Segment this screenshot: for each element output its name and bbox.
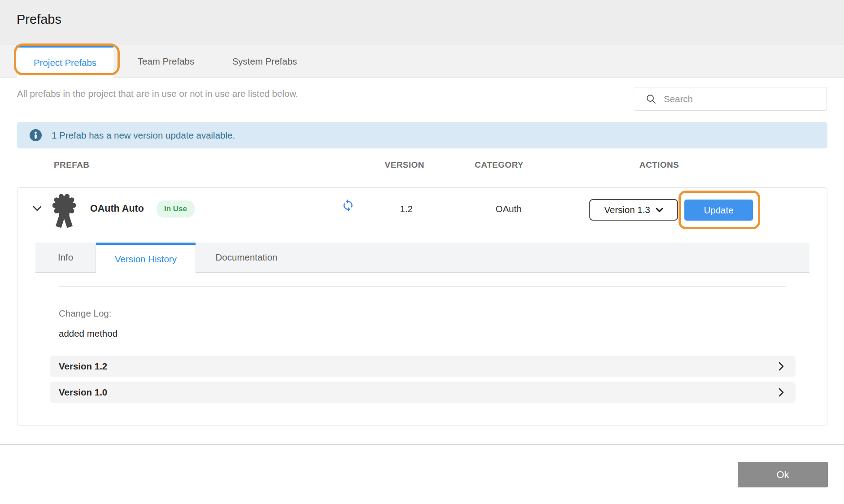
column-header-prefab: PREFAB	[54, 160, 89, 170]
sync-icon	[341, 199, 355, 212]
in-use-badge: In Use	[157, 200, 195, 217]
chevron-right-icon	[779, 388, 784, 397]
update-button[interactable]: Update	[684, 200, 753, 221]
chevron-down-icon	[656, 208, 663, 213]
info-icon	[30, 129, 42, 141]
tab-team-prefabs[interactable]: Team Prefabs	[120, 45, 212, 78]
tab-label: Version History	[115, 254, 177, 265]
page-title: Prefabs	[17, 12, 61, 27]
tab-version-history[interactable]: Version History	[96, 243, 196, 273]
column-header-category: CATEGORY	[469, 160, 529, 170]
search-icon	[646, 94, 657, 104]
main-tabbar: Project Prefabs Team Prefabs System Pref…	[0, 45, 844, 78]
divider	[59, 286, 786, 287]
search-box[interactable]	[634, 87, 827, 111]
version-accordion-1-2[interactable]: Version 1.2	[50, 356, 796, 377]
tab-info[interactable]: Info	[35, 243, 96, 272]
banner-message: 1 Prefab has a new version update availa…	[52, 130, 235, 141]
footer-divider	[0, 444, 844, 445]
column-header-actions: ACTIONS	[634, 160, 684, 170]
column-header-version: VERSION	[381, 160, 428, 170]
tab-label: System Prefabs	[232, 56, 297, 67]
tab-label: Project Prefabs	[34, 57, 96, 68]
tab-project-prefabs[interactable]: Project Prefabs	[17, 45, 113, 78]
ribbon-award-icon	[52, 193, 76, 229]
accordion-label: Version 1.2	[59, 361, 107, 372]
change-log-text: added method	[59, 328, 117, 339]
detail-tabbar: Info Version History Documentation	[35, 243, 809, 273]
tab-documentation[interactable]: Documentation	[196, 243, 297, 272]
update-info-banner: 1 Prefab has a new version update availa…	[17, 122, 827, 148]
app-header: Prefabs	[0, 0, 844, 45]
prefab-row-card: OAuth Auto In Use 1.2 OAuth Version 1.3 …	[17, 187, 827, 426]
search-input[interactable]	[664, 94, 812, 104]
collapse-chevron-down-icon[interactable]	[33, 206, 42, 212]
version-select-value: Version 1.3	[604, 204, 650, 215]
tab-label: Info	[58, 252, 73, 263]
chevron-right-icon	[779, 362, 784, 371]
ok-button[interactable]: Ok	[738, 462, 828, 487]
prefab-version: 1.2	[368, 204, 444, 214]
tab-label: Team Prefabs	[138, 56, 194, 67]
tab-system-prefabs[interactable]: System Prefabs	[215, 45, 314, 78]
accordion-label: Version 1.0	[59, 387, 107, 398]
list-description: All prefabs in the project that are in u…	[17, 88, 298, 99]
version-select[interactable]: Version 1.3	[589, 199, 678, 221]
tab-label: Documentation	[216, 252, 278, 263]
change-log-label: Change Log:	[59, 308, 111, 319]
prefab-category: OAuth	[470, 204, 547, 214]
prefab-name: OAuth Auto	[90, 203, 144, 214]
version-accordion-1-0[interactable]: Version 1.0	[50, 382, 796, 403]
